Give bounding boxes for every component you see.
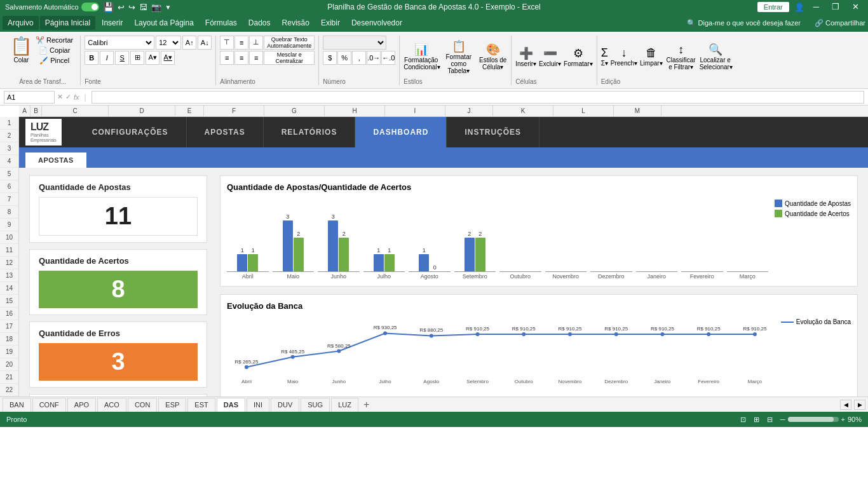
number-format-select[interactable] <box>323 36 386 50</box>
align-middle-button[interactable]: ≡ <box>234 36 248 50</box>
sheet-tab-apo[interactable]: APO <box>67 398 96 412</box>
align-bottom-button[interactable]: ⊥ <box>249 36 263 50</box>
italic-button[interactable]: I <box>100 51 114 65</box>
menu-layout[interactable]: Layout da Página <box>129 16 198 30</box>
nav-tab-instrucoes[interactable]: INSTRUÇÕES <box>447 117 539 147</box>
menu-exibir[interactable]: Exibir <box>316 16 345 30</box>
scroll-right-button[interactable]: ▶ <box>854 400 865 410</box>
sheet-tab-luz[interactable]: LUZ <box>331 398 358 412</box>
cell-styles-button[interactable]: 🎨 Estilos de Célula▾ <box>478 43 507 71</box>
menu-inserir[interactable]: Inserir <box>97 16 128 30</box>
sheet-add-button[interactable]: + <box>360 399 373 410</box>
align-right-button[interactable]: ≡ <box>249 51 263 65</box>
alignment-label: Alinhamento <box>220 78 315 85</box>
increase-decimal-button[interactable]: .0→ <box>367 51 381 65</box>
wrap-text-button[interactable]: Quebrar Texto Automaticamente <box>264 36 315 50</box>
sub-tab-apostas[interactable]: APOSTAS <box>25 152 86 168</box>
menu-arquivo[interactable]: Arquivo <box>3 16 39 30</box>
view-normal-icon[interactable]: ⊡ <box>740 416 746 424</box>
delete-cells-button[interactable]: ➖Excluir▾ <box>539 46 561 67</box>
zoom-out-button[interactable]: ─ <box>780 416 785 423</box>
scroll-left-button[interactable]: ◀ <box>840 400 851 410</box>
align-center-button[interactable]: ≡ <box>234 51 248 65</box>
decrease-decimal-button[interactable]: ←.0 <box>381 51 395 65</box>
disk-icon[interactable]: 🖫 <box>139 3 147 12</box>
clear-button[interactable]: 🗑Limpar▾ <box>640 46 663 67</box>
autosum-button[interactable]: ΣΣ▾ <box>601 46 608 67</box>
sheet-tab-duv[interactable]: DUV <box>271 398 299 412</box>
comma-button[interactable]: , <box>352 51 366 65</box>
menu-dados[interactable]: Dados <box>243 16 276 30</box>
insert-cells-button[interactable]: ➕Inserir▾ <box>515 46 536 67</box>
nav-tab-dashboard[interactable]: DASHBOARD <box>355 117 447 147</box>
menu-revisao[interactable]: Revisão <box>277 16 315 30</box>
formula-bar: A1 ✕ ✓ fx | <box>0 89 868 105</box>
zoom-in-button[interactable]: + <box>841 416 845 423</box>
camera-icon[interactable]: 📷 <box>151 3 161 12</box>
sheet-tab-aco[interactable]: ACO <box>97 398 126 412</box>
redo-icon[interactable]: ↪ <box>128 3 135 12</box>
increase-font-button[interactable]: A↑ <box>182 36 196 50</box>
nav-tab-apostas[interactable]: APOSTAS <box>187 117 264 147</box>
format-cells-button[interactable]: ⚙Formatar▾ <box>564 46 593 67</box>
align-left-button[interactable]: ≡ <box>220 51 234 65</box>
conditional-format-button[interactable]: 📊 Formatação Condicional▾ <box>403 43 438 71</box>
decrease-font-button[interactable]: A↓ <box>198 36 212 50</box>
fill-color-button[interactable]: A▾ <box>146 51 159 65</box>
sheet-tab-ini[interactable]: INI <box>247 398 269 412</box>
profile-icon[interactable]: 👤 <box>794 3 804 12</box>
bold-button[interactable]: B <box>85 51 98 65</box>
line-chart-container: R$ 265,25AbrilR$ 465,25MaioR$ 580,25Junh… <box>227 316 775 392</box>
share-button[interactable]: 🔗 Compartilhar <box>815 19 865 27</box>
fill-button[interactable]: ↓Preench▾ <box>611 46 637 67</box>
sheet-tab-esp[interactable]: ESP <box>158 398 186 412</box>
currency-button[interactable]: $ <box>323 51 337 65</box>
undo-icon[interactable]: ↩ <box>118 3 125 12</box>
cut-button[interactable]: ✂️ Recortar <box>34 36 75 45</box>
dropdown-icon[interactable]: ▼ <box>165 4 172 11</box>
formula-input[interactable] <box>92 91 864 104</box>
copy-button[interactable]: 📄 Copiar <box>34 46 75 55</box>
autosave-toggle[interactable] <box>81 3 99 11</box>
paste-button[interactable]: 📋 Colar <box>10 36 32 64</box>
save-icon[interactable]: 💾 <box>103 2 114 12</box>
format-as-table-button[interactable]: 📋 Formatar como Tabela▾ <box>441 39 476 74</box>
underline-button[interactable]: S <box>115 51 129 65</box>
bar-group-dezembro: Dezembro <box>590 271 632 280</box>
format-painter-button[interactable]: 🖌️ Pincel <box>34 56 75 65</box>
menu-formulas[interactable]: Fórmulas <box>200 16 242 30</box>
border-button[interactable]: ⊞ <box>130 51 144 65</box>
menu-desenvolvedor[interactable]: Desenvolvedor <box>346 16 407 30</box>
merge-center-button[interactable]: Mesclar e Centralizar <box>264 51 315 65</box>
font-color-button[interactable]: A▾ <box>161 51 175 65</box>
search-box[interactable]: 🔍 Diga-me o que você deseja fazer <box>687 19 800 27</box>
font-size-select[interactable]: 12 <box>156 36 181 50</box>
svg-text:Janeiro: Janeiro <box>654 379 671 384</box>
line-chart-title: Evolução da Banca <box>227 301 851 311</box>
sheet-tab-das[interactable]: DAS <box>217 398 245 412</box>
sheet-tab-est[interactable]: EST <box>187 398 215 412</box>
find-select-button[interactable]: 🔍Localizar e Selecionar▾ <box>700 43 731 71</box>
zoom-slider[interactable] <box>788 417 839 422</box>
align-top-button[interactable]: ⊤ <box>220 36 234 50</box>
delete-icon: ➖ <box>539 46 561 60</box>
close-button[interactable]: ✕ <box>848 0 863 14</box>
view-layout-icon[interactable]: ⊞ <box>754 416 759 424</box>
sheet-tab-sug[interactable]: SUG <box>301 398 330 412</box>
cell-reference-box[interactable]: A1 <box>4 91 55 104</box>
restore-button[interactable]: ❐ <box>828 0 843 14</box>
percent-button[interactable]: % <box>337 51 351 65</box>
svg-text:R$ 910,25: R$ 910,25 <box>697 326 721 332</box>
nav-tab-configuracoes[interactable]: CONFIGURAÇÕES <box>74 117 187 147</box>
sheet-tab-con[interactable]: CON <box>128 398 157 412</box>
row-11: 11 <box>0 244 18 257</box>
sheet-tab-ban[interactable]: BAN <box>3 398 31 412</box>
login-button[interactable]: Entrar <box>757 2 789 12</box>
sort-filter-button[interactable]: ↕Classificar e Filtrar▾ <box>665 43 697 71</box>
sheet-tab-conf[interactable]: CONF <box>32 398 66 412</box>
menu-pagina-inicial[interactable]: Página Inicial <box>40 16 95 30</box>
view-page-icon[interactable]: ⊟ <box>767 416 773 424</box>
font-family-select[interactable]: Calibri <box>85 36 154 50</box>
nav-tab-relatorios[interactable]: RELATÓRIOS <box>264 117 356 147</box>
minimize-button[interactable]: ─ <box>810 0 823 14</box>
